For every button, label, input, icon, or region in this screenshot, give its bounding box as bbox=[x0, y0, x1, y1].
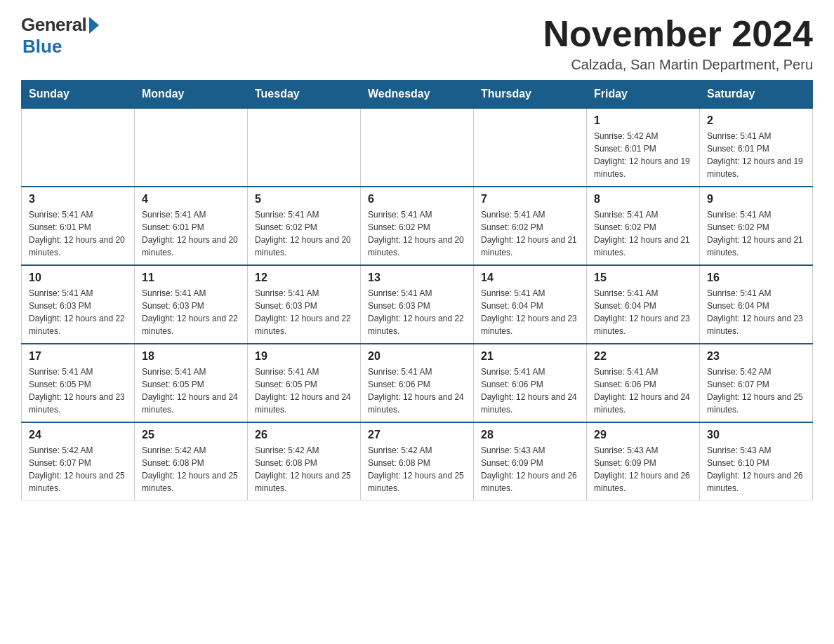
calendar-cell: 14Sunrise: 5:41 AMSunset: 6:04 PMDayligh… bbox=[474, 265, 587, 344]
calendar-cell bbox=[135, 108, 248, 187]
calendar-week-row: 3Sunrise: 5:41 AMSunset: 6:01 PMDaylight… bbox=[22, 187, 813, 265]
day-number: 5 bbox=[255, 193, 353, 206]
day-number: 14 bbox=[481, 271, 579, 284]
day-info: Sunrise: 5:41 AMSunset: 6:04 PMDaylight:… bbox=[707, 287, 805, 337]
day-number: 2 bbox=[707, 114, 805, 127]
calendar-cell: 15Sunrise: 5:41 AMSunset: 6:04 PMDayligh… bbox=[587, 265, 700, 344]
title-area: November 2024 Calzada, San Martin Depart… bbox=[543, 14, 813, 73]
day-number: 4 bbox=[142, 193, 240, 206]
calendar-cell: 27Sunrise: 5:42 AMSunset: 6:08 PMDayligh… bbox=[361, 422, 474, 501]
calendar-cell bbox=[22, 108, 135, 187]
calendar-cell: 10Sunrise: 5:41 AMSunset: 6:03 PMDayligh… bbox=[22, 265, 135, 344]
day-info: Sunrise: 5:42 AMSunset: 6:07 PMDaylight:… bbox=[707, 365, 805, 416]
day-info: Sunrise: 5:42 AMSunset: 6:01 PMDaylight:… bbox=[594, 130, 692, 180]
calendar-week-row: 17Sunrise: 5:41 AMSunset: 6:05 PMDayligh… bbox=[22, 344, 813, 422]
header-thursday: Thursday bbox=[474, 81, 587, 109]
logo-arrow-icon bbox=[89, 17, 99, 34]
calendar-cell: 24Sunrise: 5:42 AMSunset: 6:07 PMDayligh… bbox=[22, 422, 135, 501]
day-number: 16 bbox=[707, 271, 805, 284]
day-number: 1 bbox=[594, 114, 692, 127]
day-number: 17 bbox=[29, 350, 127, 363]
calendar-cell: 30Sunrise: 5:43 AMSunset: 6:10 PMDayligh… bbox=[700, 422, 813, 501]
calendar-cell: 8Sunrise: 5:41 AMSunset: 6:02 PMDaylight… bbox=[587, 187, 700, 265]
calendar-cell: 22Sunrise: 5:41 AMSunset: 6:06 PMDayligh… bbox=[587, 344, 700, 422]
day-number: 15 bbox=[594, 271, 692, 284]
day-number: 8 bbox=[594, 193, 692, 206]
day-number: 29 bbox=[594, 429, 692, 441]
day-number: 27 bbox=[368, 429, 466, 441]
day-number: 21 bbox=[481, 350, 579, 363]
calendar-cell: 3Sunrise: 5:41 AMSunset: 6:01 PMDaylight… bbox=[22, 187, 135, 265]
day-number: 24 bbox=[29, 429, 127, 441]
day-number: 18 bbox=[142, 350, 240, 363]
calendar-cell: 12Sunrise: 5:41 AMSunset: 6:03 PMDayligh… bbox=[248, 265, 361, 344]
day-info: Sunrise: 5:43 AMSunset: 6:09 PMDaylight:… bbox=[481, 444, 579, 495]
logo: General Blue bbox=[21, 14, 99, 58]
day-info: Sunrise: 5:41 AMSunset: 6:05 PMDaylight:… bbox=[142, 365, 240, 416]
day-info: Sunrise: 5:41 AMSunset: 6:02 PMDaylight:… bbox=[255, 208, 353, 259]
calendar-header-row: SundayMondayTuesdayWednesdayThursdayFrid… bbox=[22, 81, 813, 109]
calendar-cell: 5Sunrise: 5:41 AMSunset: 6:02 PMDaylight… bbox=[248, 187, 361, 265]
day-info: Sunrise: 5:42 AMSunset: 6:08 PMDaylight:… bbox=[142, 444, 240, 495]
day-number: 30 bbox=[707, 429, 805, 441]
day-info: Sunrise: 5:41 AMSunset: 6:02 PMDaylight:… bbox=[707, 208, 805, 259]
calendar-cell: 26Sunrise: 5:42 AMSunset: 6:08 PMDayligh… bbox=[248, 422, 361, 501]
day-info: Sunrise: 5:43 AMSunset: 6:10 PMDaylight:… bbox=[707, 444, 805, 495]
day-number: 23 bbox=[707, 350, 805, 363]
day-info: Sunrise: 5:41 AMSunset: 6:02 PMDaylight:… bbox=[481, 208, 579, 259]
day-info: Sunrise: 5:41 AMSunset: 6:06 PMDaylight:… bbox=[368, 365, 466, 416]
calendar-cell: 20Sunrise: 5:41 AMSunset: 6:06 PMDayligh… bbox=[361, 344, 474, 422]
calendar-cell: 17Sunrise: 5:41 AMSunset: 6:05 PMDayligh… bbox=[22, 344, 135, 422]
day-info: Sunrise: 5:41 AMSunset: 6:01 PMDaylight:… bbox=[29, 208, 127, 259]
day-number: 28 bbox=[481, 429, 579, 441]
day-number: 20 bbox=[368, 350, 466, 363]
day-info: Sunrise: 5:42 AMSunset: 6:08 PMDaylight:… bbox=[255, 444, 353, 495]
day-info: Sunrise: 5:41 AMSunset: 6:05 PMDaylight:… bbox=[255, 365, 353, 416]
main-title: November 2024 bbox=[543, 14, 813, 54]
calendar-cell: 21Sunrise: 5:41 AMSunset: 6:06 PMDayligh… bbox=[474, 344, 587, 422]
day-info: Sunrise: 5:41 AMSunset: 6:06 PMDaylight:… bbox=[481, 365, 579, 416]
day-info: Sunrise: 5:41 AMSunset: 6:02 PMDaylight:… bbox=[368, 208, 466, 259]
calendar-cell bbox=[361, 108, 474, 187]
day-info: Sunrise: 5:43 AMSunset: 6:09 PMDaylight:… bbox=[594, 444, 692, 495]
day-number: 7 bbox=[481, 193, 579, 206]
calendar-cell: 25Sunrise: 5:42 AMSunset: 6:08 PMDayligh… bbox=[135, 422, 248, 501]
calendar-cell: 16Sunrise: 5:41 AMSunset: 6:04 PMDayligh… bbox=[700, 265, 813, 344]
day-number: 25 bbox=[142, 429, 240, 441]
calendar-week-row: 24Sunrise: 5:42 AMSunset: 6:07 PMDayligh… bbox=[22, 422, 813, 501]
day-info: Sunrise: 5:41 AMSunset: 6:01 PMDaylight:… bbox=[142, 208, 240, 259]
day-info: Sunrise: 5:41 AMSunset: 6:04 PMDaylight:… bbox=[481, 287, 579, 337]
subtitle: Calzada, San Martin Department, Peru bbox=[543, 57, 813, 73]
logo-blue-text: Blue bbox=[22, 36, 62, 58]
calendar-cell: 18Sunrise: 5:41 AMSunset: 6:05 PMDayligh… bbox=[135, 344, 248, 422]
day-info: Sunrise: 5:41 AMSunset: 6:02 PMDaylight:… bbox=[594, 208, 692, 259]
day-number: 26 bbox=[255, 429, 353, 441]
header-wednesday: Wednesday bbox=[361, 81, 474, 109]
calendar-cell: 1Sunrise: 5:42 AMSunset: 6:01 PMDaylight… bbox=[587, 108, 700, 187]
day-info: Sunrise: 5:41 AMSunset: 6:03 PMDaylight:… bbox=[142, 287, 240, 337]
day-number: 12 bbox=[255, 271, 353, 284]
calendar-cell: 29Sunrise: 5:43 AMSunset: 6:09 PMDayligh… bbox=[587, 422, 700, 501]
day-info: Sunrise: 5:41 AMSunset: 6:06 PMDaylight:… bbox=[594, 365, 692, 416]
day-number: 11 bbox=[142, 271, 240, 284]
calendar-table: SundayMondayTuesdayWednesdayThursdayFrid… bbox=[21, 80, 813, 501]
calendar-week-row: 10Sunrise: 5:41 AMSunset: 6:03 PMDayligh… bbox=[22, 265, 813, 344]
day-info: Sunrise: 5:41 AMSunset: 6:01 PMDaylight:… bbox=[707, 130, 805, 180]
day-number: 22 bbox=[594, 350, 692, 363]
day-info: Sunrise: 5:41 AMSunset: 6:03 PMDaylight:… bbox=[368, 287, 466, 337]
calendar-cell bbox=[248, 108, 361, 187]
logo-general-text: General bbox=[21, 14, 86, 36]
calendar-week-row: 1Sunrise: 5:42 AMSunset: 6:01 PMDaylight… bbox=[22, 108, 813, 187]
day-number: 3 bbox=[29, 193, 127, 206]
header-tuesday: Tuesday bbox=[248, 81, 361, 109]
calendar-cell: 9Sunrise: 5:41 AMSunset: 6:02 PMDaylight… bbox=[700, 187, 813, 265]
calendar-cell: 7Sunrise: 5:41 AMSunset: 6:02 PMDaylight… bbox=[474, 187, 587, 265]
day-info: Sunrise: 5:42 AMSunset: 6:08 PMDaylight:… bbox=[368, 444, 466, 495]
day-info: Sunrise: 5:41 AMSunset: 6:03 PMDaylight:… bbox=[255, 287, 353, 337]
day-info: Sunrise: 5:41 AMSunset: 6:05 PMDaylight:… bbox=[29, 365, 127, 416]
day-info: Sunrise: 5:41 AMSunset: 6:03 PMDaylight:… bbox=[29, 287, 127, 337]
calendar-cell: 13Sunrise: 5:41 AMSunset: 6:03 PMDayligh… bbox=[361, 265, 474, 344]
calendar-cell: 28Sunrise: 5:43 AMSunset: 6:09 PMDayligh… bbox=[474, 422, 587, 501]
header-friday: Friday bbox=[587, 81, 700, 109]
day-number: 9 bbox=[707, 193, 805, 206]
